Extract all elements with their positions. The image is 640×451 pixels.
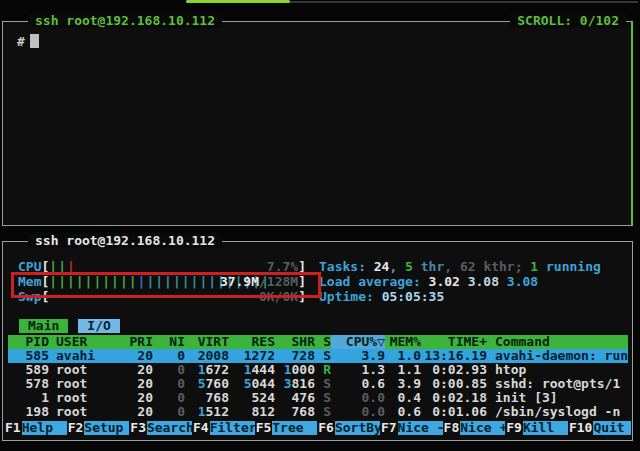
header-pid[interactable]: PID bbox=[8, 335, 49, 349]
header-ni[interactable]: NI bbox=[153, 335, 185, 349]
fkey-setup[interactable]: F2Setup bbox=[67, 421, 130, 435]
cell-virt-rest: 760 bbox=[206, 377, 229, 391]
cell-shr-k: 3 bbox=[284, 377, 292, 391]
cell-ni: 0 bbox=[153, 349, 185, 363]
cell-cpu: 0.0 bbox=[331, 391, 385, 405]
fkey-label: Tree bbox=[272, 421, 317, 435]
cell-pid: 578 bbox=[8, 377, 49, 391]
fkey-label: Search bbox=[147, 421, 192, 435]
fkey-label: Filter bbox=[210, 421, 255, 435]
cell-state: S bbox=[315, 377, 331, 391]
process-row[interactable]: 1 root 20 0 768 524 476 S 0.0 0.4 0:02.1… bbox=[8, 391, 628, 405]
fkey-kill[interactable]: F9Kill bbox=[505, 421, 568, 435]
cell-pid: 1 bbox=[8, 391, 49, 405]
cell-res-rest: 444 bbox=[252, 363, 275, 377]
shell-pane[interactable]: # bbox=[2, 21, 633, 226]
cell-res-k: 1 bbox=[244, 363, 252, 377]
cell-mem: 0.6 bbox=[385, 405, 421, 419]
fkey-label: Nice - bbox=[398, 421, 443, 435]
htop-tabs: Main I/O bbox=[19, 319, 120, 333]
fkey-search[interactable]: F3Search bbox=[129, 421, 192, 435]
process-row[interactable]: 578 root 20 0 5760 5044 3816 S 0.6 3.9 0… bbox=[8, 377, 628, 391]
mem-used: 37.9M bbox=[220, 275, 259, 289]
cell-state: S bbox=[315, 391, 331, 405]
cell-virt-rest: 672 bbox=[206, 363, 229, 377]
fkey-number: F2 bbox=[67, 421, 85, 435]
fkey-nice-plus[interactable]: F8Nice + bbox=[443, 421, 506, 435]
fkey-number: F4 bbox=[192, 421, 210, 435]
cell-shr-k: 1 bbox=[284, 363, 292, 377]
header-cpu-sort[interactable]: CPU%▽ bbox=[331, 335, 385, 349]
bracket-open: [ bbox=[41, 290, 49, 304]
header-command[interactable]: Command bbox=[487, 335, 628, 349]
cell-ni: 0 bbox=[153, 405, 185, 419]
cell-virt-k: 5 bbox=[198, 377, 206, 391]
fkey-tree[interactable]: F5Tree bbox=[255, 421, 318, 435]
cell-res-rest: 044 bbox=[252, 377, 275, 391]
cell-mem: 3.9 bbox=[385, 377, 421, 391]
cell-command: /sbin/syslogd -n bbox=[487, 405, 628, 419]
cell-pri: 20 bbox=[129, 377, 153, 391]
fkey-label: SortBy bbox=[335, 421, 380, 435]
header-user[interactable]: USER bbox=[49, 335, 129, 349]
bracket-close: ] bbox=[298, 260, 306, 274]
load-15min: 3.08 bbox=[507, 274, 538, 289]
cell-ni: 0 bbox=[153, 377, 185, 391]
shell-prompt: # bbox=[17, 34, 25, 49]
cell-command: htop bbox=[487, 363, 628, 377]
cell-time: 0:02.93 bbox=[421, 363, 487, 377]
cell-time: 13:16.19 bbox=[421, 349, 487, 363]
cell-mem: 1.1 bbox=[385, 363, 421, 377]
swap-meter-label: Swp bbox=[18, 290, 41, 304]
header-virt[interactable]: VIRT bbox=[185, 335, 229, 349]
load-5min: 3.08 bbox=[468, 274, 499, 289]
terminal-cursor bbox=[30, 34, 39, 48]
cell-pri: 20 bbox=[129, 405, 153, 419]
mem-meter: Mem[|||||||||||||||||||||||||37.9M/128M] bbox=[18, 275, 306, 289]
cell-virt: 1672 bbox=[185, 363, 229, 377]
cell-virt-rest: 512 bbox=[206, 405, 229, 419]
cell-shr: 1000 bbox=[275, 363, 315, 377]
header-pri[interactable]: PRI bbox=[129, 335, 153, 349]
video-track-artifact bbox=[290, 1, 638, 3]
tasks-label: Tasks: bbox=[319, 259, 374, 274]
process-row[interactable]: 589 root 20 0 1672 1444 1000 R 1.3 1.1 0… bbox=[8, 363, 628, 377]
fkey-help[interactable]: F1Help bbox=[4, 421, 67, 435]
cell-cpu: 0.6 bbox=[331, 377, 385, 391]
fkey-label: Setup bbox=[84, 421, 129, 435]
header-shr[interactable]: SHR bbox=[275, 335, 315, 349]
cell-shr: 728 bbox=[275, 349, 315, 363]
cell-time: 0:00.85 bbox=[421, 377, 487, 391]
cell-cpu: 0.0 bbox=[331, 405, 385, 419]
cell-virt-k: 1 bbox=[198, 405, 206, 419]
shell-prompt-line[interactable]: # bbox=[17, 34, 39, 49]
cell-cpu: 1.3 bbox=[331, 363, 385, 377]
cell-res: 524 bbox=[229, 391, 275, 405]
header-state[interactable]: S bbox=[315, 335, 331, 349]
process-table-header: PID USER PRI NI VIRT RES SHR S CPU%▽ MEM… bbox=[8, 335, 628, 349]
cell-virt: 768 bbox=[185, 391, 229, 405]
header-res[interactable]: RES bbox=[229, 335, 275, 349]
bracket-close: ] bbox=[298, 275, 306, 289]
process-row-selected[interactable]: 585 avahi 20 0 2008 1272 728 S 3.9 1.0 1… bbox=[8, 349, 628, 363]
sort-descending-icon: ▽ bbox=[377, 335, 385, 349]
cpu-bar-green: || bbox=[49, 260, 67, 274]
header-time[interactable]: TIME+ bbox=[421, 335, 487, 349]
cell-virt: 1512 bbox=[185, 405, 229, 419]
fkey-quit[interactable]: F10Quit bbox=[568, 421, 631, 435]
fkey-nice-minus[interactable]: F7Nice - bbox=[380, 421, 443, 435]
fkey-number: F1 bbox=[4, 421, 22, 435]
bracket-close: ] bbox=[298, 290, 306, 304]
fkey-label: Kill bbox=[523, 421, 568, 435]
cell-mem: 1.0 bbox=[385, 349, 421, 363]
header-mem[interactable]: MEM% bbox=[385, 335, 421, 349]
tab-main[interactable]: Main bbox=[19, 319, 68, 333]
function-key-bar: F1Help F2Setup F3Search F4Filter F5Tree … bbox=[4, 421, 631, 435]
cpu-meter-label: CPU bbox=[18, 260, 41, 274]
tab-io[interactable]: I/O bbox=[78, 319, 119, 333]
cpu-meter-value: 7.7% bbox=[267, 260, 298, 274]
cell-ni: 0 bbox=[153, 363, 185, 377]
fkey-sortby[interactable]: F6SortBy bbox=[317, 421, 380, 435]
fkey-filter[interactable]: F4Filter bbox=[192, 421, 255, 435]
process-row[interactable]: 198 root 20 0 1512 812 768 S 0.0 0.6 0:0… bbox=[8, 405, 628, 419]
